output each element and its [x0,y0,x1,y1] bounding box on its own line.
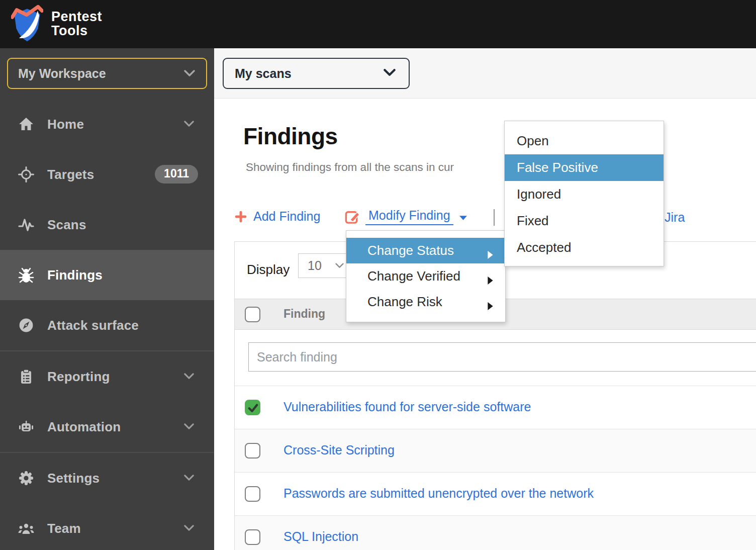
menu-item-change-verified[interactable]: Change Verified [346,263,505,289]
workspace-selector[interactable]: My Workspace [7,58,207,89]
page-size-select[interactable]: 10 [298,253,350,278]
status-option-false-positive[interactable]: False Positive [505,154,664,181]
robot-icon [18,419,34,435]
send-to-jira-link[interactable]: Jira [665,210,685,225]
add-finding-label: Add Finding [253,209,320,224]
menu-item-label: Change Verified [367,268,460,284]
pentest-tools-app: Pentest Tools My Workspace Home [0,0,756,550]
sidebar-item-home[interactable]: Home [0,99,214,149]
sidebar: My Workspace Home [0,48,214,550]
status-option-open[interactable]: Open [505,128,664,154]
select-all-checkbox[interactable] [245,307,260,322]
menu-item-change-status[interactable]: Change Status [346,238,505,263]
team-icon [18,520,34,536]
chevron-down-icon [184,120,194,129]
main-content: My scans Findings Showing findings from … [214,48,756,550]
chevron-down-icon [335,262,344,270]
submenu-arrow-icon [488,247,493,262]
status-option-label: Ignored [517,187,561,202]
scan-selector-bar: My scans [214,48,756,99]
change-status-submenu: Open False Positive Ignored Fixed Accept… [504,121,664,266]
sidebar-item-label: Targets [47,167,94,182]
finding-link[interactable]: Passwords are submitted unencrypted over… [284,486,594,501]
clipboard-icon [18,369,34,385]
sidebar-item-label: Reporting [47,369,110,385]
status-option-label: False Positive [517,160,598,175]
sidebar-item-settings[interactable]: Settings [0,453,214,503]
sidebar-item-findings[interactable]: Findings [0,250,214,300]
pentest-tools-logo[interactable]: Pentest Tools [11,4,102,43]
page-title: Findings [243,123,338,150]
sidebar-item-label: Team [47,521,81,536]
finding-link[interactable]: SQL Injection [284,529,358,544]
sidebar-nav: Home Targets 1011 S [0,99,214,550]
scan-scope-dropdown[interactable]: My scans [223,58,410,89]
workspace-label: My Workspace [18,66,106,80]
sidebar-item-label: Home [47,117,84,132]
sidebar-item-label: Attack surface [47,318,139,333]
menu-item-change-risk[interactable]: Change Risk [346,289,505,315]
brand-line2: Tools [51,24,102,38]
status-option-label: Accepted [517,240,571,255]
sidebar-item-team[interactable]: Team [0,503,214,550]
compass-icon [18,317,34,333]
column-header-finding: Finding [284,307,325,321]
row-checkbox[interactable] [245,443,260,459]
sidebar-item-scans[interactable]: Scans [0,200,214,250]
display-label: Display [247,262,290,278]
checkmark-icon [246,401,260,417]
scan-scope-label: My scans [235,66,292,80]
row-checkbox[interactable] [245,529,260,545]
finding-row-sql-injection: SQL Injection [235,515,756,550]
submenu-arrow-icon [488,298,493,314]
status-option-ignored[interactable]: Ignored [505,181,664,208]
chevron-down-icon [184,423,194,432]
caret-down-icon [459,213,467,222]
gear-icon [18,470,34,486]
toolbar-divider [494,209,495,226]
page-size-value: 10 [308,258,322,272]
edit-pencil-icon [345,209,360,225]
sidebar-item-label: Scans [47,217,86,233]
sidebar-item-label: Findings [47,267,103,283]
modify-finding-label: Modify Finding [365,208,453,225]
menu-item-label: Change Status [367,243,454,258]
sidebar-item-targets[interactable]: Targets 1011 [0,149,214,200]
page-subtitle: Showing findings from all the scans in c… [246,161,454,174]
add-finding-button[interactable]: Add Finding [234,209,320,224]
finding-row-vulnerabilities-found-for-server-side-software: Vulnerabilities found for server-side so… [235,386,756,429]
sidebar-item-label: Automation [47,419,121,435]
finding-link[interactable]: Cross-Site Scripting [284,443,395,457]
status-option-fixed[interactable]: Fixed [505,208,664,234]
sidebar-item-attack-surface[interactable]: Attack surface [0,300,214,350]
row-checkbox[interactable] [245,486,260,502]
finding-rows: Vulnerabilities found for server-side so… [235,386,756,550]
brand-line1: Pentest [51,10,102,24]
chevron-down-icon [184,373,194,382]
pulse-icon [18,217,34,233]
status-option-label: Fixed [517,213,549,229]
sidebar-item-reporting[interactable]: Reporting [0,351,214,402]
modify-finding-button[interactable]: Modify Finding [345,208,467,225]
menu-item-label: Change Risk [367,294,442,310]
sidebar-item-label: Settings [47,471,100,486]
shield-logo-icon [11,4,43,43]
finding-row-passwords-are-submitted-unencrypted-over-the-network: Passwords are submitted unencrypted over… [235,472,756,515]
row-checkbox[interactable] [245,400,260,415]
chevron-down-icon [384,69,396,78]
finding-row-cross-site-scripting: Cross-Site Scripting [235,429,756,472]
chevron-down-icon [184,70,195,78]
search-row [235,330,756,386]
plus-icon [234,210,247,223]
count-badge: 1011 [155,165,198,184]
finding-link[interactable]: Vulnerabilities found for server-side so… [284,400,531,414]
modify-finding-menu: Change Status Change Verified Change Ris… [346,230,506,322]
status-option-accepted[interactable]: Accepted [505,234,664,261]
findings-toolbar: Add Finding Modify Finding Jira [214,208,756,228]
submenu-arrow-icon [488,272,493,288]
chevron-down-icon [184,474,194,483]
bug-icon [18,267,34,283]
search-finding-input[interactable] [248,342,756,372]
sidebar-item-automation[interactable]: Automation [0,402,214,452]
chevron-down-icon [184,524,194,533]
